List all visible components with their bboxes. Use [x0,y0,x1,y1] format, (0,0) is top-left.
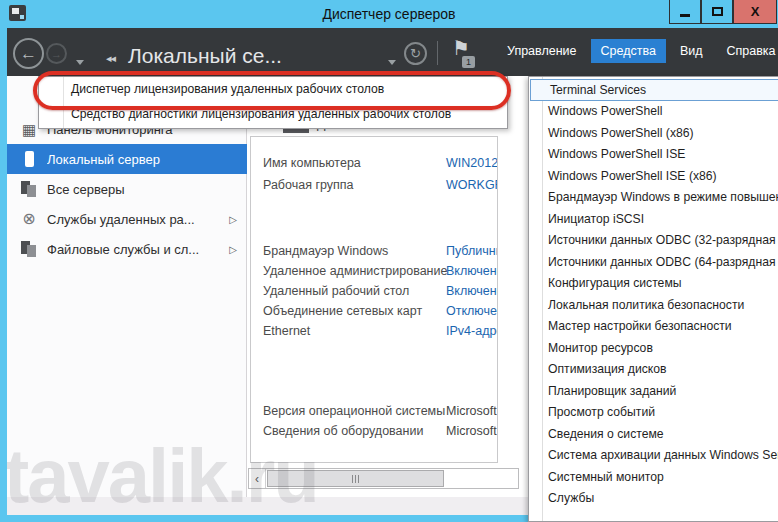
menu-help[interactable]: Справка [717,39,778,63]
tools-item[interactable]: Windows PowerShell ISE (x86) [529,166,778,188]
tools-item[interactable]: Системный монитор [529,467,778,489]
menu-tools[interactable]: Средства [591,39,666,63]
property-label: Объединение сетевых карт [263,304,422,318]
property-label: Сведения об оборудовании [263,424,423,438]
property-row: Версия операционной системы Microsoft Wi… [251,404,497,424]
scrollbar-thumb[interactable] [267,470,444,487]
sidebar-item-local-server[interactable]: Локальный сервер [7,144,247,174]
tools-item[interactable]: Локальная политика безопасности [529,295,778,317]
property-row: Брандмауэр Windows Публичный: Включено [251,244,497,264]
history-caret-icon[interactable] [76,60,84,65]
tools-item[interactable]: Windows PowerShell ISE [529,144,778,166]
window-title: Диспетчер серверов [0,0,778,28]
property-row: Объединение сетевых карт Отключено [251,304,497,324]
navigation-bar: ← → ◂◂ Локальный се... ↻ ⚑ 1 Управление … [0,28,778,76]
property-row: Рабочая группа WORKGROUP [251,178,497,198]
tools-item[interactable]: Брандмауэр Windows в режиме повышенной б… [529,187,778,209]
close-button[interactable]: X [733,0,777,24]
tools-item[interactable]: Службы [529,488,778,510]
tools-item[interactable]: Сведения о системе [529,424,778,446]
property-value-link[interactable]: Включено [446,264,498,278]
navbar-separator [437,41,438,65]
notifications-badge: 1 [462,56,475,68]
property-row: Удаленный рабочий стол Включено [251,284,497,304]
property-value-link[interactable]: Публичный: Включено [446,244,498,258]
minimize-button[interactable] [669,0,701,24]
property-label: Удаленное администрирование [263,264,447,278]
horizontal-scrollbar[interactable]: ‹ [248,468,519,489]
window-controls: X [669,0,777,24]
sidebar-item-label: Все серверы [47,182,247,197]
back-button[interactable]: ← [13,38,44,69]
sidebar-item-label: Локальный сервер [47,152,247,167]
property-value-link[interactable]: WIN2012 [446,156,498,170]
expand-icon[interactable]: ▷ [229,214,237,225]
tools-item-terminal-services[interactable]: Terminal Services [530,79,778,101]
sidebar-item-file-services[interactable]: Файловые службы и сл... ▷ [7,234,247,264]
maximize-button[interactable] [701,0,733,24]
dashboard-grid-icon: ▦ [19,119,39,139]
server-manager-window: Диспетчер серверов X ← → ◂◂ Локальный се… [0,0,778,522]
tools-item[interactable]: Планировщик заданий [529,381,778,403]
forward-button[interactable]: → [46,43,67,64]
collapse-breadcrumb-icon[interactable]: ◂◂ [106,52,115,65]
menu-manage[interactable]: Управление [497,39,587,63]
property-value-link[interactable]: WORKGROUP [446,178,498,192]
scroll-left-icon: ‹ [255,472,259,486]
sidebar-nav: ▦ Панель мониторинга Локальный сервер Вс… [7,76,247,497]
submenu-item-rd-licensing-diagnoser[interactable]: Средство диагностики лицензирования удал… [39,102,507,127]
tools-item[interactable]: Инициатор iSCSI [529,209,778,231]
property-row: Ethernet IPv4-адрес, назначенный по DHCP [251,324,497,344]
minimize-icon [680,14,690,17]
tools-item[interactable]: Источники данных ODBC (64-разрядная верс… [529,252,778,274]
tools-item[interactable]: Оптимизация дисков [529,359,778,381]
properties-pane: Для WIN2012 Имя компьютера WIN2012 Рабоч… [247,76,528,497]
property-row: Имя компьютера WIN2012 [251,156,497,176]
window-frame-left [0,28,7,522]
menu-view[interactable]: Вид [670,39,713,63]
property-label: Рабочая группа [263,178,354,192]
remote-desktop-services-icon: ⊗ [19,209,39,229]
tools-item[interactable]: Источники данных ODBC (32-разрядная верс… [529,230,778,252]
refresh-button[interactable]: ↻ [404,42,427,65]
close-icon: X [751,4,760,19]
tools-item[interactable]: Windows PowerShell [529,101,778,123]
forward-icon: → [51,48,62,60]
tools-item[interactable]: Мастер настройки безопасности [529,316,778,338]
refresh-icon: ↻ [410,46,421,61]
tools-item[interactable]: Просмотр событий [529,402,778,424]
sidebar-item-remote-desktop-services[interactable]: ⊗ Службы удаленных ра... ▷ [7,204,247,234]
property-label: Версия операционной системы [263,404,445,418]
file-services-icon [19,239,39,259]
tools-item[interactable]: Система архивации данных Windows Server [529,445,778,467]
property-value-link[interactable]: Отключено [446,304,498,318]
sidebar-item-label: Службы удаленных ра... [47,212,229,227]
property-value: Microsoft Windows Server 2012 [446,404,498,418]
property-label: Имя компьютера [263,156,361,170]
submenu-item-rd-licensing-manager[interactable]: Диспетчер лицензирования удаленных рабоч… [39,77,507,102]
expand-icon[interactable]: ▷ [229,244,237,255]
server-icon [19,149,39,169]
property-value: Microsoft Corporation [446,424,498,438]
tools-item[interactable]: Конфигурация системы [529,273,778,295]
property-label: Ethernet [263,324,310,338]
menu-bar: Управление Средства Вид Справка [497,39,778,63]
property-label: Брандмауэр Windows [263,244,388,258]
property-value-link[interactable]: Включено [446,284,498,298]
property-row: Удаленное администрирование Включено [251,264,497,284]
tools-item[interactable]: Windows PowerShell (x86) [529,123,778,145]
scroll-left-button[interactable]: ‹ [249,469,266,488]
notifications-flag-button[interactable]: ⚑ [452,38,470,58]
breadcrumb[interactable]: Локальный се... [128,44,282,68]
breadcrumb-caret-icon[interactable] [388,60,396,65]
sidebar-item-label: Файловые службы и сл... [47,242,229,257]
property-row: Сведения об оборудовании Microsoft Corpo… [251,424,497,444]
menu-gutter [63,77,64,128]
sidebar-item-all-servers[interactable]: Все серверы [7,174,247,204]
property-value-link[interactable]: IPv4-адрес, назначенный по DHCP [446,324,498,338]
terminal-services-submenu: Диспетчер лицензирования удаленных рабоч… [38,76,508,129]
back-icon: ← [20,44,37,64]
maximize-icon [712,7,723,16]
tools-dropdown-menu: Terminal Services Windows PowerShell Win… [528,76,778,522]
tools-item[interactable]: Монитор ресурсов [529,338,778,360]
